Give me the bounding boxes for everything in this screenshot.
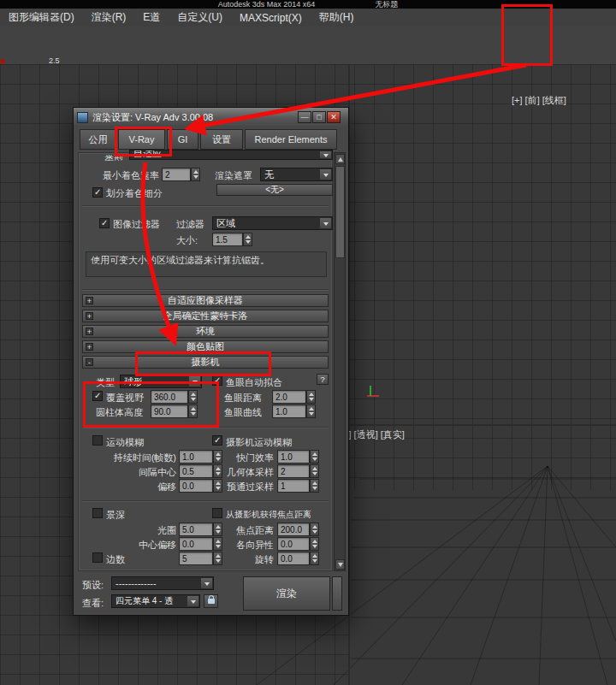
tab-render-elements[interactable]: Render Elements [245,129,337,150]
aperture-field[interactable]: 5.0 [179,523,213,536]
center-bias-field[interactable]: 0.0 [179,537,213,551]
fisheye-distance-label: 鱼眼距离 [224,392,262,405]
collapse-icon[interactable]: - [86,358,93,366]
dof-label: 景深 [106,509,125,522]
rollout-environment[interactable]: + 环境 [82,325,329,338]
spinner[interactable] [243,233,252,246]
spinner[interactable] [310,523,319,536]
camera-motion-blur-checkbox[interactable] [212,435,222,446]
chevron-down-icon[interactable] [187,596,198,606]
spinner[interactable] [306,405,316,418]
chevron-down-icon[interactable] [320,169,331,180]
get-focal-from-camera-label: 从摄影机获得焦点距离 [226,509,311,521]
rollout-global-dmc[interactable]: + 全局确定性蒙特卡洛 [82,310,329,322]
collapse-icon[interactable]: + [86,297,93,304]
view-lock-button[interactable] [204,594,218,608]
annotation-toolbar-highlight [501,4,553,66]
divide-shading-checkbox[interactable] [92,187,103,198]
spinner[interactable] [310,537,319,551]
menu-item-customize[interactable]: 自定义(U) [169,9,231,27]
chevron-down-icon[interactable] [320,151,331,158]
rotation-field[interactable]: 0.0 [277,552,310,565]
render-mask-label: 渲染遮罩 [215,169,252,182]
menu-item-maxscript[interactable]: MAXScript(X) [231,9,311,27]
rollout-adaptive-image-sampler[interactable]: + 自适应图像采样器 [82,294,329,307]
interval-center-label: 间隔中心 [82,466,176,479]
viewport-divider-horizontal[interactable] [348,424,616,426]
scrollbar-thumb[interactable] [335,166,345,258]
motion-blur-checkbox[interactable] [92,435,103,446]
fisheye-auto-fit-label: 鱼眼自动拟合 [226,376,282,389]
anisotropy-label: 各向异性 [219,539,274,552]
dof-checkbox[interactable] [92,508,103,518]
duration-label: 持续时间(帧数) [82,452,176,464]
camera-motion-blur-label: 摄影机运动模糊 [226,436,292,449]
maximize-button[interactable]: □ [312,111,326,123]
geometry-samples-field[interactable]: 2 [277,464,310,478]
camera-help-button[interactable]: ? [317,374,329,385]
duration-field[interactable]: 1.0 [179,450,213,464]
filter-type-value: 区域 [216,217,235,230]
shutter-efficiency-label: 快门效率 [219,452,274,464]
spinner[interactable] [310,552,319,565]
preset-dropdown[interactable]: ------------- [111,576,214,590]
tab-settings[interactable]: 设置 [200,129,243,150]
render-side-strip[interactable] [332,576,342,611]
dialog-scrollbar[interactable] [334,152,346,571]
separator [82,289,329,291]
get-focal-from-camera-checkbox[interactable] [212,508,222,518]
bias-field[interactable]: 0.0 [179,479,213,493]
interval-center-field[interactable]: 0.5 [179,464,213,478]
scroll-down-icon[interactable] [335,559,345,570]
spinner[interactable] [310,450,319,464]
separator [82,500,329,502]
front-viewport-label[interactable]: [+] [前] [线框] [512,94,566,107]
view-dropdown[interactable]: 四元菜单 4 - 透 [111,594,200,608]
anisotropy-field[interactable]: 0.0 [277,537,310,551]
filter-type-dropdown[interactable]: 区域 [212,216,333,230]
min-shading-rate-label: 最小着色速率 [92,169,159,182]
fisheye-distance-field[interactable]: 2.0 [272,390,306,404]
prepass-samples-field[interactable]: 1 [277,479,310,493]
view-value: 四元菜单 4 - 透 [116,595,173,607]
perspective-viewport-label[interactable]: [+] [透视] [真实] [341,428,405,441]
chevron-down-icon[interactable] [201,578,212,588]
minimize-button[interactable]: — [298,111,311,123]
mask-none-button[interactable]: <无> [216,184,333,196]
filter-size-field[interactable]: 1.5 [212,233,243,246]
document-title: 无标题 [375,0,398,9]
collapse-icon[interactable]: + [86,312,93,320]
tab-common[interactable]: 公用 [80,129,116,150]
shutter-efficiency-field[interactable]: 1.0 [277,450,310,464]
render-button[interactable]: 渲染 [243,576,330,611]
min-shading-rate-field[interactable]: 2 [162,168,191,181]
annotation-vray-tab-highlight [115,127,172,156]
sides-label: 边数 [106,553,125,566]
preset-value: ------------- [116,578,157,588]
fisheye-curve-field[interactable]: 1.0 [272,405,306,418]
menu-item-rendering[interactable]: 渲染(R) [83,9,135,27]
spinner[interactable] [310,464,319,478]
menu-item-graph-editors[interactable]: 图形编辑器(D) [0,9,83,27]
axis-gizmo-icon [364,382,384,403]
scroll-up-icon[interactable] [335,154,345,164]
focal-distance-field[interactable]: 200.0 [277,523,310,536]
render-mask-dropdown[interactable]: 无 [260,168,333,181]
collapse-icon[interactable]: + [86,343,93,351]
chevron-down-icon[interactable] [320,218,331,228]
aperture-label: 光圈 [82,524,176,537]
menu-item-e[interactable]: E道 [134,9,169,27]
window-title: Autodesk 3ds Max 2014 x64 [218,0,316,9]
image-filter-checkbox[interactable] [99,218,110,228]
separator [82,205,329,207]
spinner[interactable] [306,390,316,404]
spinner[interactable] [310,479,319,493]
spinner[interactable] [191,168,200,181]
sides-checkbox[interactable] [92,552,103,563]
fisheye-curve-label: 鱼眼曲线 [224,406,262,419]
render-mask-value: 无 [264,168,274,181]
close-button[interactable]: ✕ [327,111,341,123]
menu-item-help[interactable]: 帮助(H) [311,9,363,27]
sides-field[interactable]: 5 [179,552,213,565]
collapse-icon[interactable]: + [86,328,93,335]
